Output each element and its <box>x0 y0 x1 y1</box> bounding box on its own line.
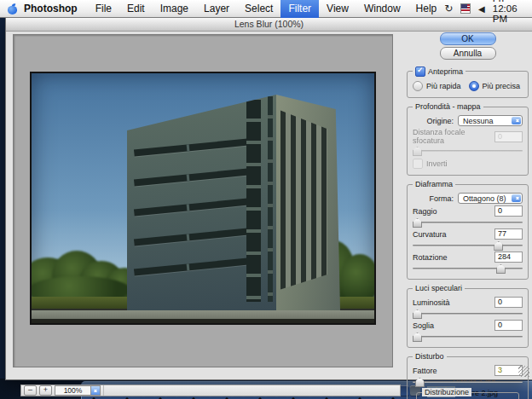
rotation-label: Rotazione <box>413 253 494 262</box>
iris-group: Diaframma Forma: Ottagono (8) Raggio 0 C… <box>407 184 529 280</box>
blade-curvature-field[interactable]: 77 <box>494 228 523 240</box>
faster-label: Più rapida <box>426 82 461 90</box>
noise-group: Disturbo Fattore 3 Distribuzione Uniform… <box>407 356 529 399</box>
window-resize-grip[interactable] <box>518 366 529 377</box>
popup-down-arrow-icon <box>516 197 519 201</box>
zoom-status-bar: – + 100% <box>20 385 401 396</box>
menu-item-layer[interactable]: Layer <box>196 0 237 18</box>
menu-bar: Photoshop File Edit Image Layer Select F… <box>0 0 532 18</box>
popup-down-arrow-icon <box>516 119 519 124</box>
slider-thumb[interactable] <box>496 264 506 274</box>
blur-focal-distance-label: Distanza focale sfocatura <box>413 128 494 145</box>
menu-clock[interactable]: Fri 12:06 PM <box>493 0 529 24</box>
radius-field[interactable]: 0 <box>494 205 523 217</box>
controls-panel: OK Annulla Anteprima Più rapida Più prec… <box>407 31 529 399</box>
volume-icon[interactable]: ◀ <box>478 4 485 14</box>
source-popup[interactable]: Nessuna <box>458 115 523 126</box>
radius-label: Raggio <box>413 207 494 216</box>
menu-item-photoshop[interactable]: Photoshop <box>16 0 88 18</box>
rotation-field[interactable]: 284 <box>494 252 523 263</box>
depth-map-group: Profondità - mappa Origine: Nessuna Dist… <box>407 107 529 176</box>
threshold-label: Soglia <box>413 321 494 330</box>
slider-thumb[interactable] <box>494 241 503 251</box>
threshold-slider[interactable] <box>413 332 523 340</box>
apple-body-icon <box>8 6 17 14</box>
sync-icon[interactable]: ↻ <box>444 3 453 14</box>
shape-popup-value: Ottagono (8) <box>463 194 506 203</box>
slider-thumb[interactable] <box>413 218 422 228</box>
amount-label: Fattore <box>413 367 494 375</box>
zoom-level-field[interactable]: 100% <box>55 385 101 396</box>
menu-item-filter[interactable]: Filter <box>280 0 319 18</box>
preview-area: – + 100% <box>13 34 393 367</box>
distribution-title: Distribuzione <box>422 388 471 396</box>
blur-focal-distance-slider <box>413 147 523 154</box>
menu-item-edit[interactable]: Edit <box>119 0 153 18</box>
ok-button[interactable]: OK <box>440 32 496 45</box>
menu-item-file[interactable]: File <box>88 0 119 18</box>
menu-item-window[interactable]: Window <box>356 0 408 18</box>
menu-item-select[interactable]: Select <box>237 0 280 18</box>
menu-status-area: ↻ ◀ Fri 12:06 PM <box>444 0 532 24</box>
brightness-field[interactable]: 0 <box>494 297 523 308</box>
shape-label: Forma: <box>413 194 454 203</box>
slider-thumb[interactable] <box>413 309 422 319</box>
faster-radio[interactable] <box>413 81 423 91</box>
zoom-stepper[interactable] <box>90 386 100 395</box>
more-accurate-label: Più precisa <box>483 82 521 90</box>
invert-checkbox <box>413 159 423 169</box>
slider-thumb[interactable] <box>413 332 422 342</box>
amount-slider[interactable] <box>413 378 523 385</box>
slider-thumb[interactable] <box>415 378 425 387</box>
zoom-out-button[interactable]: – <box>24 385 37 396</box>
building-side-face <box>276 95 340 310</box>
depth-map-title: Profondità - mappa <box>413 102 483 111</box>
shape-popup[interactable]: Ottagono (8) <box>458 193 523 204</box>
status-bar-filler <box>103 385 397 396</box>
more-accurate-radio[interactable] <box>469 81 479 91</box>
invert-label: Inverti <box>426 159 448 168</box>
cancel-button[interactable]: Annulla <box>440 47 496 60</box>
radius-slider[interactable] <box>413 218 523 226</box>
brightness-label: Luminosità <box>413 298 494 307</box>
preview-checkbox[interactable] <box>415 66 425 77</box>
slider-thumb <box>413 147 422 156</box>
specular-highlights-group: Luci speculari Luminosità 0 Soglia 0 <box>407 288 529 348</box>
distribution-group: Distribuzione Uniforme Gaussiana <box>416 392 519 399</box>
blur-focal-distance-field: 0 <box>494 131 523 142</box>
building-window-column <box>268 96 273 302</box>
menu-item-image[interactable]: Image <box>153 0 196 18</box>
iris-title: Diaframma <box>413 180 455 188</box>
menu-item-view[interactable]: View <box>319 0 356 18</box>
zoom-in-button[interactable]: + <box>39 385 52 396</box>
noise-title: Disturbo <box>413 352 447 361</box>
preview-group: Anteprima Più rapida Più precisa <box>407 71 529 98</box>
zoom-level-value: 100% <box>55 386 90 395</box>
source-popup-value: Nessuna <box>463 117 494 125</box>
source-label: Origine: <box>413 117 454 125</box>
brightness-slider[interactable] <box>413 309 523 317</box>
preview-image[interactable] <box>30 72 376 325</box>
blade-curvature-slider[interactable] <box>413 241 523 249</box>
specular-highlights-title: Luci speculari <box>413 284 465 292</box>
preview-group-title: Anteprima <box>428 67 463 76</box>
building-front-face <box>127 95 276 310</box>
building-window-column <box>246 100 261 302</box>
rotation-slider[interactable] <box>413 264 523 272</box>
curb-strip <box>32 319 374 323</box>
input-language-flag-icon[interactable] <box>460 3 471 14</box>
screen: { "menu_bar": { "items": ["Photoshop","F… <box>0 0 532 399</box>
lens-blur-dialog: Lens Blur (100%) <box>5 17 532 380</box>
menu-item-help[interactable]: Help <box>408 0 445 18</box>
building-window-strips <box>280 107 327 293</box>
threshold-field[interactable]: 0 <box>494 320 523 331</box>
blade-curvature-label: Curvatura <box>413 230 494 239</box>
